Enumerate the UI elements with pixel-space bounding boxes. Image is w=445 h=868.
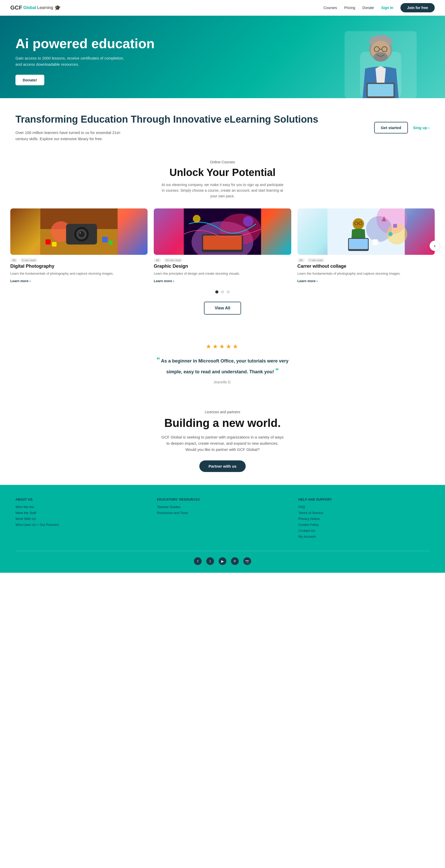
course-image-graphic — [154, 209, 291, 255]
course-image-photography — [10, 209, 148, 255]
pinterest-icon[interactable]: P — [231, 557, 239, 565]
footer-work-with-us[interactable]: Work With Us — [15, 517, 147, 521]
footer-account[interactable]: My Account — [298, 535, 430, 538]
footer-educators: EDUCATORS' RESOURCES Teacher Guides Reso… — [157, 498, 288, 540]
testimonial-text: As a beginner in Microsoft Office, your … — [161, 359, 288, 374]
footer-resources-tools[interactable]: Resources and Tools — [157, 511, 288, 515]
footer-support-title: HELP AND SUPPORT — [298, 498, 430, 501]
hero-subtitle: Gain access to 2000 lessons, receive cer… — [15, 55, 155, 67]
nav-courses[interactable]: Courses — [323, 6, 337, 10]
logo[interactable]: GCF Global Learning 🎓 — [10, 4, 61, 11]
nav-pricing[interactable]: Pricing — [344, 6, 355, 10]
footer-terms[interactable]: Terms of Service — [298, 511, 430, 515]
nav-donate[interactable]: Donate — [362, 6, 374, 10]
course-badge-2: All — [154, 258, 161, 262]
learn-more-2[interactable]: Learn more — [154, 279, 174, 283]
course-read-time-2: 10 min read — [163, 258, 183, 262]
footer-bottom: f t ▶ P 📷 — [15, 551, 430, 565]
svg-rect-20 — [102, 237, 108, 243]
transform-title: Transforming Education Through Innovativ… — [15, 114, 364, 125]
footer-who-we-are[interactable]: Who We Are — [15, 505, 147, 509]
partners-title: Building a new world. — [15, 416, 430, 430]
course-body-1: Learn the fundamentals of photography an… — [10, 271, 148, 276]
course-body-2: Learn the principles of design and creat… — [154, 271, 291, 276]
donate-button[interactable]: Donate! — [15, 75, 44, 85]
partners-label: Licences and partners — [15, 410, 430, 414]
transform-cta: Get started Sing up › — [374, 122, 430, 133]
course-title-3: Carrer without collage — [297, 264, 435, 269]
footer: ABOUT US Who We Are Meet the Staff Work … — [0, 485, 445, 573]
youtube-icon[interactable]: ▶ — [219, 557, 226, 565]
logo-gcf-text: GCF — [10, 4, 22, 11]
svg-point-27 — [193, 215, 201, 223]
footer-teacher-guides[interactable]: Teacher Guides — [157, 505, 288, 509]
carousel-next-button[interactable]: › — [430, 241, 440, 251]
footer-support: HELP AND SUPPORT FAQ Terms of Service Pr… — [298, 498, 430, 540]
footer-meet-staff[interactable]: Meet the Staff — [15, 511, 147, 515]
footer-faq[interactable]: FAQ — [298, 505, 430, 509]
course-body-3: Learn the fundamentals of photography an… — [297, 271, 435, 276]
svg-rect-21 — [109, 241, 113, 245]
course-card-3: All 7 min read Carrer without collage Le… — [297, 209, 435, 283]
footer-cookie[interactable]: Cookie Policy — [298, 523, 430, 527]
dot-3[interactable] — [227, 290, 230, 293]
svg-rect-41 — [393, 224, 397, 228]
testimonial-quote: " As a beginner in Microsoft Office, you… — [153, 355, 292, 376]
course-card-1: All 5 min read Digital Photography Learn… — [10, 209, 148, 283]
footer-privacy[interactable]: Privacy Notice — [298, 517, 430, 521]
footer-about: ABOUT US Who We Are Meet the Staff Work … — [15, 498, 147, 540]
transform-section: Transforming Education Through Innovativ… — [0, 98, 445, 155]
learn-more-3[interactable]: Learn more — [297, 279, 318, 283]
courses-section-desc: At our elearning company, we make it eas… — [161, 182, 284, 199]
dot-1[interactable] — [215, 290, 218, 293]
svg-rect-19 — [52, 242, 57, 247]
signup-link[interactable]: Sing up › — [413, 125, 430, 130]
hero-section: Ai powered education Gain access to 2000… — [0, 16, 445, 98]
transform-content: Transforming Education Through Innovativ… — [15, 114, 364, 142]
facebook-icon[interactable]: f — [194, 557, 202, 565]
footer-who-uses-us[interactable]: Who Uses Us + Our Partners — [15, 523, 147, 527]
hero-image — [332, 31, 430, 98]
hero-title: Ai powered education — [15, 36, 155, 51]
footer-contact[interactable]: Contact Us — [298, 529, 430, 532]
hero-person-illustration — [345, 31, 417, 98]
svg-rect-26 — [203, 236, 242, 250]
svg-point-28 — [243, 216, 253, 226]
logo-global-text: Global — [23, 5, 36, 10]
join-button[interactable]: Join for free — [401, 3, 435, 12]
learn-more-1[interactable]: Learn more — [10, 279, 31, 283]
courses-section: Online Courses Unlock Your Potential At … — [0, 155, 445, 330]
logo-learning-text: Learning — [37, 5, 53, 10]
nav-signin[interactable]: Sign In — [381, 6, 393, 10]
svg-point-4 — [373, 52, 388, 62]
transform-description: Over 100 million learners have turned to… — [15, 130, 124, 142]
testimonial-author: Jeanelle D. — [15, 380, 430, 384]
twitter-icon[interactable]: t — [206, 557, 214, 565]
testimonial-section: ★★★★★ " As a beginner in Microsoft Offic… — [0, 330, 445, 397]
courses-grid: All 5 min read Digital Photography Learn… — [10, 209, 435, 283]
social-icons: f t ▶ P 📷 — [15, 557, 430, 565]
course-title-2: Graphic Design — [154, 264, 291, 269]
svg-rect-38 — [349, 239, 368, 249]
instagram-icon[interactable]: 📷 — [243, 557, 251, 565]
svg-rect-9 — [368, 84, 393, 96]
carousel-dots — [10, 290, 435, 293]
course-read-time-3: 7 min read — [307, 258, 324, 262]
course-badge-1: All — [10, 258, 18, 262]
view-all-button[interactable]: View All — [204, 302, 241, 315]
svg-point-42 — [388, 232, 392, 236]
dot-2[interactable] — [221, 290, 224, 293]
testimonial-stars: ★★★★★ — [15, 343, 430, 350]
courses-section-title: Unlock Your Potential — [10, 167, 435, 178]
course-title-1: Digital Photography — [10, 264, 148, 269]
course-image-career — [297, 209, 435, 255]
course-card-2: All 10 min read Graphic Design Learn the… — [154, 209, 291, 283]
hero-content: Ai powered education Gain access to 2000… — [15, 36, 155, 98]
course-meta-2: All 10 min read — [154, 258, 291, 262]
footer-about-title: ABOUT US — [15, 498, 147, 501]
get-started-button[interactable]: Get started — [374, 122, 408, 133]
nav-links: Courses Pricing Donate Sign In Join for … — [323, 3, 435, 12]
course-read-time-1: 5 min read — [20, 258, 38, 262]
partner-button[interactable]: Partner with us — [199, 460, 246, 472]
svg-rect-39 — [372, 239, 378, 245]
